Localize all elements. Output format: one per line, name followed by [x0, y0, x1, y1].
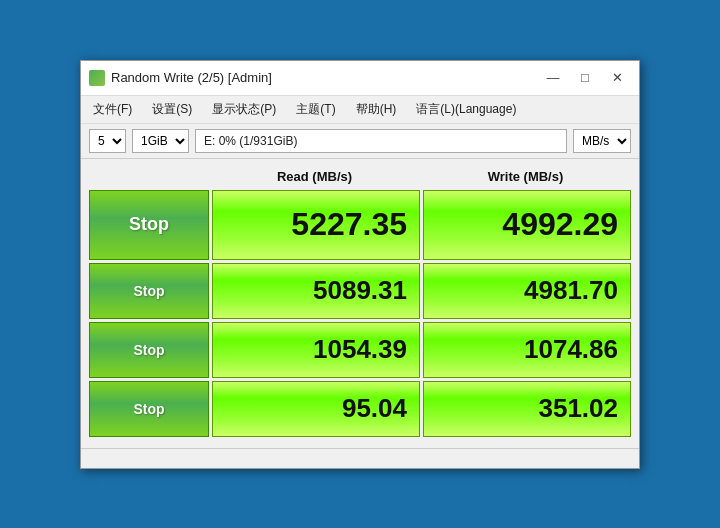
stop-button-4[interactable]: Stop — [89, 381, 209, 437]
table-row: Stop 1054.39 1074.86 — [89, 322, 631, 378]
size-select[interactable]: 1GiB — [132, 129, 189, 153]
unit-select[interactable]: MB/s — [573, 129, 631, 153]
write-header: Write (MB/s) — [420, 165, 631, 188]
write-value-3: 1074.86 — [423, 322, 631, 378]
title-bar-left: Random Write (2/5) [Admin] — [89, 70, 272, 86]
menu-settings[interactable]: 设置(S) — [148, 99, 196, 120]
write-value-1: 4992.29 — [423, 190, 631, 260]
menu-language[interactable]: 语言(L)(Language) — [412, 99, 520, 120]
read-header: Read (MB/s) — [209, 165, 420, 188]
window-controls: — □ ✕ — [539, 67, 631, 89]
title-bar: Random Write (2/5) [Admin] — □ ✕ — [81, 61, 639, 96]
benchmark-grid: Read (MB/s) Write (MB/s) Stop 5227.35 49… — [81, 159, 639, 448]
menu-theme[interactable]: 主题(T) — [292, 99, 339, 120]
stop-button-2[interactable]: Stop — [89, 263, 209, 319]
stop-button-3[interactable]: Stop — [89, 322, 209, 378]
write-value-4: 351.02 — [423, 381, 631, 437]
menu-bar: 文件(F) 设置(S) 显示状态(P) 主题(T) 帮助(H) 语言(L)(La… — [81, 96, 639, 124]
window-title: Random Write (2/5) [Admin] — [111, 70, 272, 85]
close-button[interactable]: ✕ — [603, 67, 631, 89]
table-row: Stop 5227.35 4992.29 — [89, 190, 631, 260]
maximize-button[interactable]: □ — [571, 67, 599, 89]
menu-display[interactable]: 显示状态(P) — [208, 99, 280, 120]
count-select[interactable]: 5 — [89, 129, 126, 153]
grid-header: Read (MB/s) Write (MB/s) — [89, 165, 631, 188]
stop-button-1[interactable]: Stop — [89, 190, 209, 260]
drive-label: E: 0% (1/931GiB) — [195, 129, 567, 153]
read-value-2: 5089.31 — [212, 263, 420, 319]
app-window: Random Write (2/5) [Admin] — □ ✕ 文件(F) 设… — [80, 60, 640, 469]
app-icon — [89, 70, 105, 86]
read-value-4: 95.04 — [212, 381, 420, 437]
status-bar — [81, 448, 639, 468]
read-value-3: 1054.39 — [212, 322, 420, 378]
table-row: Stop 95.04 351.02 — [89, 381, 631, 437]
toolbar: 5 1GiB E: 0% (1/931GiB) MB/s — [81, 124, 639, 159]
read-value-1: 5227.35 — [212, 190, 420, 260]
minimize-button[interactable]: — — [539, 67, 567, 89]
table-row: Stop 5089.31 4981.70 — [89, 263, 631, 319]
menu-help[interactable]: 帮助(H) — [352, 99, 401, 120]
menu-file[interactable]: 文件(F) — [89, 99, 136, 120]
header-empty — [89, 165, 209, 188]
write-value-2: 4981.70 — [423, 263, 631, 319]
